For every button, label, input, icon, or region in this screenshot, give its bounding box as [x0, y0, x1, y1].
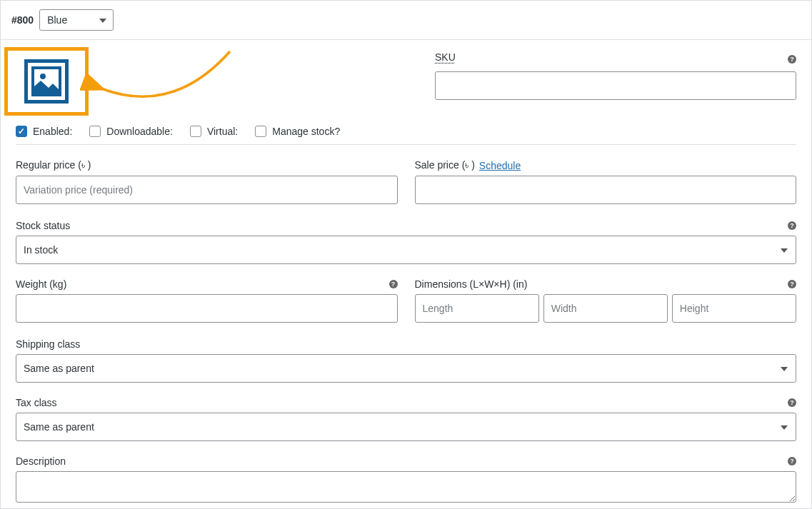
length-input[interactable] — [415, 294, 539, 323]
help-icon[interactable]: ? — [788, 221, 796, 230]
sku-label: SKU — [435, 51, 456, 63]
weight-field: Weight (kg) ? — [16, 278, 398, 323]
description-textarea[interactable] — [16, 471, 796, 503]
checkbox-icon — [255, 126, 266, 137]
sku-section: SKU ? — [426, 51, 796, 100]
help-icon[interactable]: ? — [788, 280, 796, 288]
enabled-option[interactable]: Enabled: — [16, 126, 72, 137]
svg-point-2 — [40, 74, 46, 79]
attribute-select[interactable]: Blue — [39, 9, 114, 31]
sku-input[interactable] — [435, 71, 796, 100]
stock-status-select-wrap: In stock — [16, 236, 796, 264]
virtual-label: Virtual: — [207, 126, 238, 137]
sale-price-label-row: Sale price (৳ ) Schedule — [415, 159, 797, 171]
regular-price-label: Regular price (৳ ) — [16, 159, 398, 171]
options-row: Enabled: Downloadable: Virtual: Manage s… — [16, 119, 796, 145]
description-label: Description — [16, 455, 66, 467]
variation-panel: #800 Blue — [0, 0, 812, 509]
image-upload-highlight — [4, 47, 89, 116]
enabled-label: Enabled: — [33, 126, 72, 137]
shipping-class-select[interactable]: Same as parent — [16, 354, 796, 383]
sku-label-row: SKU ? — [435, 51, 796, 67]
description-field: Description ? — [16, 455, 796, 505]
regular-price-input[interactable] — [16, 176, 398, 204]
manage-stock-option[interactable]: Manage stock? — [255, 126, 340, 137]
image-sku-row: SKU ? — [16, 51, 796, 116]
stock-status-label-row: Stock status ? — [16, 220, 796, 231]
checkbox-icon — [16, 126, 27, 137]
help-icon[interactable]: ? — [389, 280, 398, 288]
dimensions-field: Dimensions (L×W×H) (in) ? — [415, 278, 797, 323]
tax-class-select[interactable]: Same as parent — [16, 413, 796, 441]
help-icon[interactable]: ? — [788, 398, 796, 407]
shipping-class-select-wrap: Same as parent — [16, 354, 796, 383]
shipping-class-label: Shipping class — [16, 338, 796, 350]
attribute-select-wrap: Blue — [39, 9, 114, 31]
stock-status-label: Stock status — [16, 220, 70, 231]
checkbox-icon — [89, 126, 101, 137]
weight-label-row: Weight (kg) ? — [16, 278, 398, 290]
downloadable-option[interactable]: Downloadable: — [89, 126, 173, 137]
tax-class-label-row: Tax class ? — [16, 397, 796, 408]
help-icon[interactable]: ? — [788, 457, 796, 465]
description-label-row: Description ? — [16, 455, 796, 467]
checkbox-icon — [190, 126, 201, 137]
tax-class-label: Tax class — [16, 397, 57, 408]
sale-price-input[interactable] — [415, 176, 797, 204]
variation-image-upload[interactable] — [24, 59, 69, 104]
regular-price-field: Regular price (৳ ) — [16, 159, 398, 204]
variation-id: #800 — [11, 14, 34, 26]
shipping-class-field: Shipping class Same as parent — [16, 338, 796, 383]
schedule-link[interactable]: Schedule — [479, 160, 521, 171]
downloadable-label: Downloadable: — [106, 126, 173, 137]
weight-dimensions-row: Weight (kg) ? Dimensions (L×W×H) (in) ? — [16, 278, 796, 323]
image-placeholder-icon — [31, 66, 61, 96]
price-row: Regular price (৳ ) Sale price (৳ ) Sched… — [16, 159, 796, 204]
sale-price-label: Sale price (৳ ) — [415, 159, 475, 171]
stock-status-select[interactable]: In stock — [16, 236, 796, 264]
tax-class-select-wrap: Same as parent — [16, 413, 796, 441]
dimensions-label-row: Dimensions (L×W×H) (in) ? — [415, 278, 797, 290]
weight-input[interactable] — [16, 294, 398, 323]
tax-class-field: Tax class ? Same as parent — [16, 397, 796, 441]
variation-content: SKU ? Enabled: Downloadable: Virtual: — [1, 40, 811, 509]
help-icon[interactable]: ? — [788, 55, 796, 64]
height-input[interactable] — [672, 294, 796, 323]
width-input[interactable] — [543, 294, 668, 323]
weight-label: Weight (kg) — [16, 278, 66, 290]
sale-price-field: Sale price (৳ ) Schedule — [415, 159, 797, 204]
dimensions-inputs — [415, 294, 797, 323]
manage-stock-label: Manage stock? — [272, 126, 340, 137]
virtual-option[interactable]: Virtual: — [190, 126, 238, 137]
stock-status-field: Stock status ? In stock — [16, 220, 796, 264]
variation-header: #800 Blue — [1, 1, 811, 40]
dimensions-label: Dimensions (L×W×H) (in) — [415, 278, 528, 290]
